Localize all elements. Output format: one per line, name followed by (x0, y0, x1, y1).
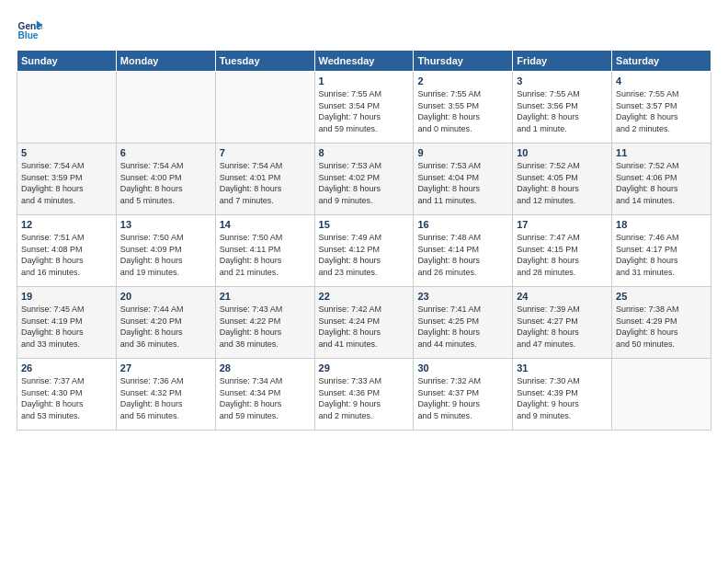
day-info: Sunrise: 7:30 AM Sunset: 4:39 PM Dayligh… (517, 375, 608, 421)
calendar-cell: 6Sunrise: 7:54 AM Sunset: 4:00 PM Daylig… (116, 144, 215, 215)
weekday-header: Wednesday (314, 51, 414, 72)
day-info: Sunrise: 7:48 AM Sunset: 4:14 PM Dayligh… (417, 232, 508, 278)
day-number: 30 (417, 362, 508, 373)
day-number: 25 (616, 291, 707, 302)
calendar-cell: 14Sunrise: 7:50 AM Sunset: 4:11 PM Dayli… (215, 215, 314, 287)
day-number: 5 (21, 147, 112, 158)
day-info: Sunrise: 7:39 AM Sunset: 4:27 PM Dayligh… (517, 304, 608, 350)
calendar-table: SundayMondayTuesdayWednesdayThursdayFrid… (17, 50, 711, 431)
calendar-cell: 16Sunrise: 7:48 AM Sunset: 4:14 PM Dayli… (414, 215, 513, 287)
weekday-header: Sunday (17, 51, 117, 72)
calendar-cell: 11Sunrise: 7:52 AM Sunset: 4:06 PM Dayli… (612, 144, 711, 215)
calendar-cell: 26Sunrise: 7:37 AM Sunset: 4:30 PM Dayli… (17, 359, 117, 431)
day-info: Sunrise: 7:49 AM Sunset: 4:12 PM Dayligh… (319, 232, 410, 278)
calendar-week-row: 5Sunrise: 7:54 AM Sunset: 3:59 PM Daylig… (17, 144, 711, 215)
calendar-week-row: 1Sunrise: 7:55 AM Sunset: 3:54 PM Daylig… (17, 72, 711, 144)
calendar-cell: 12Sunrise: 7:51 AM Sunset: 4:08 PM Dayli… (17, 215, 117, 287)
day-info: Sunrise: 7:54 AM Sunset: 4:00 PM Dayligh… (120, 160, 211, 206)
calendar-week-row: 26Sunrise: 7:37 AM Sunset: 4:30 PM Dayli… (17, 359, 711, 431)
calendar-cell: 1Sunrise: 7:55 AM Sunset: 3:54 PM Daylig… (314, 72, 414, 144)
page: General Blue SundayMondayTuesdayWednesda… (0, 0, 728, 563)
weekday-header: Friday (513, 51, 612, 72)
day-number: 21 (220, 291, 311, 302)
calendar-cell (215, 72, 314, 144)
day-number: 18 (616, 219, 707, 230)
calendar-week-row: 12Sunrise: 7:51 AM Sunset: 4:08 PM Dayli… (17, 215, 711, 287)
day-number: 8 (319, 147, 410, 158)
day-number: 26 (21, 362, 112, 373)
calendar-cell: 5Sunrise: 7:54 AM Sunset: 3:59 PM Daylig… (17, 144, 117, 215)
day-info: Sunrise: 7:38 AM Sunset: 4:29 PM Dayligh… (616, 304, 707, 350)
day-info: Sunrise: 7:50 AM Sunset: 4:11 PM Dayligh… (220, 232, 311, 278)
day-info: Sunrise: 7:51 AM Sunset: 4:08 PM Dayligh… (21, 232, 112, 278)
day-number: 4 (616, 75, 707, 86)
weekday-header: Thursday (414, 51, 513, 72)
calendar-cell: 22Sunrise: 7:42 AM Sunset: 4:24 PM Dayli… (314, 287, 414, 359)
day-number: 17 (517, 219, 608, 230)
day-number: 1 (319, 75, 410, 86)
day-info: Sunrise: 7:54 AM Sunset: 4:01 PM Dayligh… (220, 160, 311, 206)
calendar-cell: 17Sunrise: 7:47 AM Sunset: 4:15 PM Dayli… (513, 215, 612, 287)
day-info: Sunrise: 7:55 AM Sunset: 3:57 PM Dayligh… (616, 88, 707, 134)
day-info: Sunrise: 7:43 AM Sunset: 4:22 PM Dayligh… (220, 304, 311, 350)
day-number: 31 (517, 362, 608, 373)
calendar-header-row: SundayMondayTuesdayWednesdayThursdayFrid… (17, 51, 711, 72)
weekday-header: Monday (116, 51, 215, 72)
day-info: Sunrise: 7:42 AM Sunset: 4:24 PM Dayligh… (319, 304, 410, 350)
calendar-cell: 28Sunrise: 7:34 AM Sunset: 4:34 PM Dayli… (215, 359, 314, 431)
calendar-cell: 13Sunrise: 7:50 AM Sunset: 4:09 PM Dayli… (116, 215, 215, 287)
logo: General Blue (17, 15, 46, 40)
day-number: 19 (21, 291, 112, 302)
day-info: Sunrise: 7:33 AM Sunset: 4:36 PM Dayligh… (319, 375, 410, 421)
calendar-cell: 31Sunrise: 7:30 AM Sunset: 4:39 PM Dayli… (513, 359, 612, 431)
day-info: Sunrise: 7:55 AM Sunset: 3:55 PM Dayligh… (417, 88, 508, 134)
calendar-cell: 20Sunrise: 7:44 AM Sunset: 4:20 PM Dayli… (116, 287, 215, 359)
calendar-cell: 25Sunrise: 7:38 AM Sunset: 4:29 PM Dayli… (612, 287, 711, 359)
day-info: Sunrise: 7:36 AM Sunset: 4:32 PM Dayligh… (120, 375, 211, 421)
calendar-cell: 9Sunrise: 7:53 AM Sunset: 4:04 PM Daylig… (414, 144, 513, 215)
logo-icon: General Blue (17, 15, 42, 40)
day-number: 10 (517, 147, 608, 158)
day-info: Sunrise: 7:55 AM Sunset: 3:54 PM Dayligh… (319, 88, 410, 134)
day-info: Sunrise: 7:52 AM Sunset: 4:06 PM Dayligh… (616, 160, 707, 206)
calendar-cell: 27Sunrise: 7:36 AM Sunset: 4:32 PM Dayli… (116, 359, 215, 431)
calendar-cell: 2Sunrise: 7:55 AM Sunset: 3:55 PM Daylig… (414, 72, 513, 144)
day-number: 12 (21, 219, 112, 230)
day-info: Sunrise: 7:32 AM Sunset: 4:37 PM Dayligh… (417, 375, 508, 421)
calendar-cell: 30Sunrise: 7:32 AM Sunset: 4:37 PM Dayli… (414, 359, 513, 431)
day-number: 15 (319, 219, 410, 230)
calendar-cell: 4Sunrise: 7:55 AM Sunset: 3:57 PM Daylig… (612, 72, 711, 144)
day-info: Sunrise: 7:54 AM Sunset: 3:59 PM Dayligh… (21, 160, 112, 206)
svg-text:Blue: Blue (18, 30, 39, 40)
calendar-cell: 15Sunrise: 7:49 AM Sunset: 4:12 PM Dayli… (314, 215, 414, 287)
calendar-cell: 24Sunrise: 7:39 AM Sunset: 4:27 PM Dayli… (513, 287, 612, 359)
day-number: 24 (517, 291, 608, 302)
day-number: 6 (120, 147, 211, 158)
day-number: 3 (517, 75, 608, 86)
calendar-cell (612, 359, 711, 431)
day-info: Sunrise: 7:47 AM Sunset: 4:15 PM Dayligh… (517, 232, 608, 278)
day-info: Sunrise: 7:50 AM Sunset: 4:09 PM Dayligh… (120, 232, 211, 278)
day-info: Sunrise: 7:34 AM Sunset: 4:34 PM Dayligh… (220, 375, 311, 421)
day-info: Sunrise: 7:53 AM Sunset: 4:02 PM Dayligh… (319, 160, 410, 206)
weekday-header: Saturday (612, 51, 711, 72)
day-number: 9 (417, 147, 508, 158)
calendar-cell: 3Sunrise: 7:55 AM Sunset: 3:56 PM Daylig… (513, 72, 612, 144)
day-info: Sunrise: 7:46 AM Sunset: 4:17 PM Dayligh… (616, 232, 707, 278)
header: General Blue (17, 15, 711, 40)
day-number: 29 (319, 362, 410, 373)
day-info: Sunrise: 7:53 AM Sunset: 4:04 PM Dayligh… (417, 160, 508, 206)
day-info: Sunrise: 7:55 AM Sunset: 3:56 PM Dayligh… (517, 88, 608, 134)
weekday-header: Tuesday (215, 51, 314, 72)
calendar-cell (116, 72, 215, 144)
calendar-cell: 8Sunrise: 7:53 AM Sunset: 4:02 PM Daylig… (314, 144, 414, 215)
day-info: Sunrise: 7:37 AM Sunset: 4:30 PM Dayligh… (21, 375, 112, 421)
day-number: 28 (220, 362, 311, 373)
calendar-cell: 21Sunrise: 7:43 AM Sunset: 4:22 PM Dayli… (215, 287, 314, 359)
day-number: 14 (220, 219, 311, 230)
calendar-cell: 19Sunrise: 7:45 AM Sunset: 4:19 PM Dayli… (17, 287, 117, 359)
calendar-cell: 23Sunrise: 7:41 AM Sunset: 4:25 PM Dayli… (414, 287, 513, 359)
day-info: Sunrise: 7:44 AM Sunset: 4:20 PM Dayligh… (120, 304, 211, 350)
day-info: Sunrise: 7:45 AM Sunset: 4:19 PM Dayligh… (21, 304, 112, 350)
calendar-cell (17, 72, 117, 144)
